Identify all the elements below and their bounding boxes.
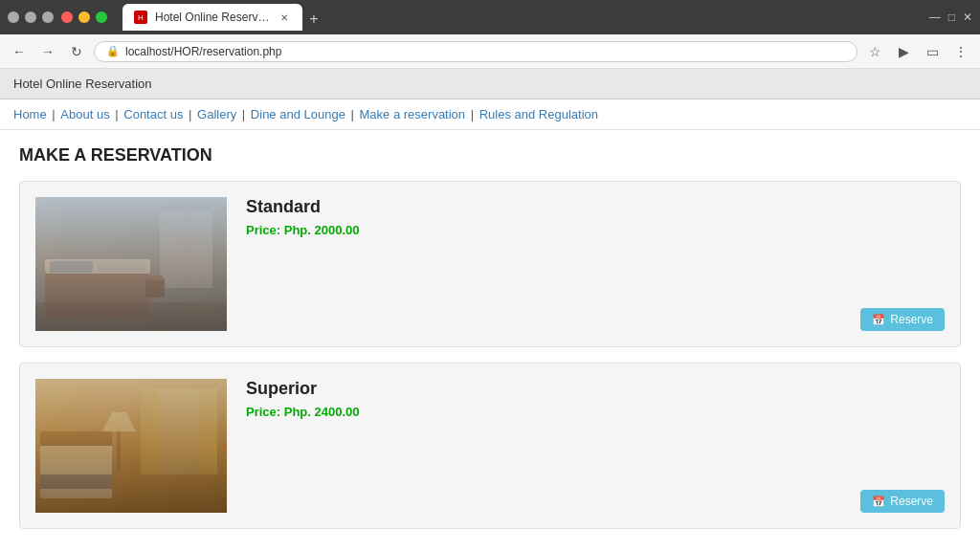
back-btn[interactable]: ← bbox=[8, 40, 31, 63]
svg-rect-18 bbox=[40, 431, 112, 443]
room-name-superior: Superior bbox=[246, 379, 945, 399]
svg-marker-16 bbox=[102, 412, 136, 431]
svg-rect-8 bbox=[35, 302, 227, 331]
page-nav: Home | About us | Contact us | Gallery |… bbox=[0, 99, 980, 130]
nav-sep-1: | bbox=[52, 107, 58, 121]
page-wrapper: Hotel Online Reservation Home | About us… bbox=[0, 69, 980, 551]
nav-dine[interactable]: Dine and Lounge bbox=[251, 107, 345, 121]
room-price-standard: Price: Php. 2000.00 bbox=[246, 223, 945, 237]
tab-favicon: H bbox=[134, 11, 147, 24]
address-bar[interactable]: 🔒 localhost/HOR/reservation.php bbox=[94, 41, 858, 62]
room-card-superior: Superior Price: Php. 2400.00 📅 Reserve bbox=[19, 363, 961, 529]
tab-close-btn[interactable]: ✕ bbox=[278, 11, 291, 24]
reserve-label-superior: Reserve bbox=[890, 495, 933, 508]
svg-rect-7 bbox=[50, 261, 93, 273]
room-info-standard: Standard Price: Php. 2000.00 bbox=[246, 197, 945, 237]
svg-rect-4 bbox=[45, 259, 150, 274]
page-header: Hotel Online Reservation bbox=[0, 69, 980, 99]
nav-home[interactable]: Home bbox=[13, 107, 47, 121]
room-image-superior bbox=[35, 379, 227, 513]
svg-rect-20 bbox=[40, 446, 112, 460]
restore-btn[interactable]: □ bbox=[948, 11, 955, 24]
reserve-btn-superior[interactable]: 📅 Reserve bbox=[860, 490, 945, 513]
nav-sep-4: | bbox=[242, 107, 249, 121]
reserve-btn-standard[interactable]: 📅 Reserve bbox=[860, 308, 945, 331]
profile-btn[interactable]: ▶ bbox=[892, 40, 915, 63]
browser-tab[interactable]: H Hotel Online Reservation ✕ bbox=[122, 4, 302, 31]
room-name-standard: Standard bbox=[246, 197, 945, 217]
room-card-standard: Standard Price: Php. 2000.00 📅 Reserve bbox=[19, 181, 961, 347]
page-header-title: Hotel Online Reservation bbox=[13, 77, 152, 91]
svg-rect-3 bbox=[45, 264, 150, 317]
calendar-icon: 📅 bbox=[872, 314, 885, 326]
svg-rect-11 bbox=[35, 379, 227, 513]
nav-sep-3: | bbox=[189, 107, 195, 121]
svg-rect-6 bbox=[98, 261, 145, 273]
svg-rect-21 bbox=[40, 474, 112, 489]
room-price-superior: Price: Php. 2400.00 bbox=[246, 405, 945, 419]
maximize-window-btn[interactable] bbox=[96, 11, 107, 23]
svg-rect-12 bbox=[141, 388, 217, 474]
svg-rect-9 bbox=[145, 278, 165, 298]
browser-nav-bar: ← → ↻ 🔒 localhost/HOR/reservation.php ☆ … bbox=[0, 34, 980, 69]
nav-rules[interactable]: Rules and Regulation bbox=[479, 107, 598, 121]
svg-rect-19 bbox=[40, 446, 112, 498]
reload-btn[interactable]: ↻ bbox=[65, 40, 88, 63]
tab-title: Hotel Online Reservation bbox=[155, 11, 270, 24]
nav-gallery[interactable]: Gallery bbox=[197, 107, 236, 121]
nav-reservation[interactable]: Make a reservation bbox=[360, 107, 466, 121]
minimize-window-btn[interactable] bbox=[78, 11, 90, 23]
svg-rect-0 bbox=[35, 197, 227, 331]
nav-about[interactable]: About us bbox=[60, 107, 109, 121]
extensions-btn[interactable]: ▭ bbox=[921, 40, 944, 63]
nav-contact[interactable]: Contact us bbox=[123, 107, 183, 121]
minimize-btn[interactable]: — bbox=[929, 11, 941, 24]
nav-sep-6: | bbox=[471, 107, 478, 121]
forward-btn[interactable]: → bbox=[36, 40, 59, 63]
reserve-label-standard: Reserve bbox=[890, 313, 933, 326]
new-tab-btn[interactable]: + bbox=[302, 8, 325, 31]
address-text: localhost/HOR/reservation.php bbox=[125, 45, 845, 58]
svg-rect-5 bbox=[50, 261, 93, 273]
svg-rect-13 bbox=[141, 388, 158, 474]
room-info-superior: Superior Price: Php. 2400.00 bbox=[246, 379, 945, 419]
window-controls bbox=[8, 11, 54, 23]
calendar-icon-2: 📅 bbox=[872, 496, 885, 508]
svg-rect-14 bbox=[200, 388, 217, 474]
page-footer: © updategadh.com HOR 2024 bbox=[19, 544, 961, 551]
svg-rect-15 bbox=[117, 427, 121, 470]
menu-btn[interactable]: ⋮ bbox=[949, 40, 972, 63]
svg-rect-17 bbox=[40, 436, 112, 498]
section-title: MAKE A RESERVATION bbox=[19, 145, 961, 165]
svg-rect-1 bbox=[160, 211, 212, 288]
close-window-btn[interactable] bbox=[61, 11, 73, 23]
lock-icon: 🔒 bbox=[106, 45, 120, 57]
close-btn[interactable]: ✕ bbox=[963, 11, 972, 24]
window-buttons: — □ ✕ bbox=[929, 11, 972, 24]
bookmark-btn[interactable]: ☆ bbox=[863, 40, 886, 63]
svg-rect-10 bbox=[147, 276, 163, 280]
nav-sep-5: | bbox=[351, 107, 358, 121]
room-image-standard bbox=[35, 197, 227, 331]
nav-sep-2: | bbox=[115, 107, 122, 121]
page-content: MAKE A RESERVATION bbox=[0, 130, 980, 551]
